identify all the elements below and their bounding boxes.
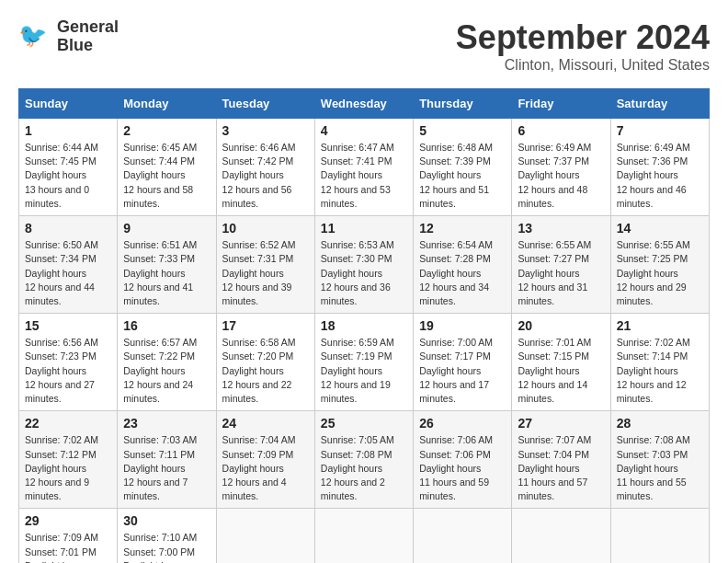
week-row-3: 15Sunrise: 6:56 AMSunset: 7:23 PMDayligh…: [19, 314, 710, 411]
day-info: Sunrise: 6:48 AMSunset: 7:39 PMDaylight …: [419, 141, 506, 211]
day-info: Sunrise: 7:06 AMSunset: 7:06 PMDaylight …: [419, 433, 506, 503]
calendar-cell: 20Sunrise: 7:01 AMSunset: 7:15 PMDayligh…: [512, 314, 610, 411]
logo-text: General Blue: [57, 18, 119, 55]
day-number: 26: [419, 416, 506, 431]
calendar-cell: 24Sunrise: 7:04 AMSunset: 7:09 PMDayligh…: [216, 411, 314, 509]
day-info: Sunrise: 7:03 AMSunset: 7:11 PMDaylight …: [123, 433, 210, 503]
day-info: Sunrise: 7:08 AMSunset: 7:03 PMDaylight …: [617, 433, 703, 503]
day-info: Sunrise: 7:04 AMSunset: 7:09 PMDaylight …: [222, 433, 309, 503]
calendar-cell: 12Sunrise: 6:54 AMSunset: 7:28 PMDayligh…: [414, 216, 512, 314]
calendar-cell: 4Sunrise: 6:47 AMSunset: 7:41 PMDaylight…: [314, 119, 413, 216]
calendar-cell: 3Sunrise: 6:46 AMSunset: 7:42 PMDaylight…: [216, 119, 314, 216]
calendar-cell: 29Sunrise: 7:09 AMSunset: 7:01 PMDayligh…: [19, 509, 118, 563]
calendar-cell: 25Sunrise: 7:05 AMSunset: 7:08 PMDayligh…: [314, 411, 413, 509]
calendar-cell: 18Sunrise: 6:59 AMSunset: 7:19 PMDayligh…: [314, 314, 413, 411]
day-info: Sunrise: 7:07 AMSunset: 7:04 PMDaylight …: [518, 433, 604, 503]
calendar-cell: 15Sunrise: 6:56 AMSunset: 7:23 PMDayligh…: [19, 314, 118, 411]
day-info: Sunrise: 6:57 AMSunset: 7:22 PMDaylight …: [123, 336, 210, 406]
day-info: Sunrise: 6:52 AMSunset: 7:31 PMDaylight …: [222, 238, 309, 308]
day-number: 13: [518, 221, 604, 236]
calendar-header-row: SundayMondayTuesdayWednesdayThursdayFrid…: [19, 89, 710, 119]
day-info: Sunrise: 6:53 AMSunset: 7:30 PMDaylight …: [321, 238, 407, 308]
calendar-cell: [610, 509, 709, 563]
day-number: 1: [25, 123, 111, 138]
day-number: 22: [25, 416, 111, 431]
day-number: 23: [123, 416, 210, 431]
day-info: Sunrise: 6:50 AMSunset: 7:34 PMDaylight …: [25, 238, 111, 308]
logo: 🐦 General Blue: [18, 18, 119, 55]
day-info: Sunrise: 6:54 AMSunset: 7:28 PMDaylight …: [419, 238, 506, 308]
calendar-cell: [512, 509, 610, 563]
day-number: 12: [419, 221, 506, 236]
calendar-cell: 26Sunrise: 7:06 AMSunset: 7:06 PMDayligh…: [414, 411, 512, 509]
day-info: Sunrise: 6:47 AMSunset: 7:41 PMDaylight …: [321, 141, 407, 211]
day-number: 19: [419, 318, 506, 333]
day-info: Sunrise: 6:44 AMSunset: 7:45 PMDaylight …: [25, 141, 111, 211]
day-header-monday: Monday: [118, 89, 216, 119]
page-header: 🐦 General Blue September 2024 Clinton, M…: [18, 18, 710, 74]
day-number: 17: [222, 318, 309, 333]
day-header-saturday: Saturday: [610, 89, 709, 119]
calendar-cell: 19Sunrise: 7:00 AMSunset: 7:17 PMDayligh…: [414, 314, 512, 411]
day-number: 20: [518, 318, 604, 333]
logo-icon: 🐦: [18, 20, 51, 53]
day-number: 18: [321, 318, 407, 333]
day-number: 6: [518, 123, 604, 138]
day-info: Sunrise: 7:02 AMSunset: 7:12 PMDaylight …: [25, 433, 111, 503]
day-header-sunday: Sunday: [19, 89, 118, 119]
day-number: 16: [123, 318, 210, 333]
day-number: 27: [518, 416, 604, 431]
day-info: Sunrise: 6:49 AMSunset: 7:36 PMDaylight …: [617, 141, 703, 211]
calendar-cell: 10Sunrise: 6:52 AMSunset: 7:31 PMDayligh…: [216, 216, 314, 314]
day-info: Sunrise: 6:46 AMSunset: 7:42 PMDaylight …: [222, 141, 309, 211]
calendar-cell: 7Sunrise: 6:49 AMSunset: 7:36 PMDaylight…: [610, 119, 709, 216]
calendar-cell: [314, 509, 413, 563]
day-info: Sunrise: 6:49 AMSunset: 7:37 PMDaylight …: [518, 141, 604, 211]
day-info: Sunrise: 6:59 AMSunset: 7:19 PMDaylight …: [321, 336, 407, 406]
svg-text:🐦: 🐦: [18, 21, 48, 50]
calendar-cell: [414, 509, 512, 563]
day-number: 10: [222, 221, 309, 236]
day-number: 30: [123, 513, 210, 528]
day-header-friday: Friday: [512, 89, 610, 119]
calendar-cell: 13Sunrise: 6:55 AMSunset: 7:27 PMDayligh…: [512, 216, 610, 314]
title-block: September 2024 Clinton, Missouri, United…: [456, 18, 710, 74]
calendar-cell: 6Sunrise: 6:49 AMSunset: 7:37 PMDaylight…: [512, 119, 610, 216]
calendar-cell: 22Sunrise: 7:02 AMSunset: 7:12 PMDayligh…: [19, 411, 118, 509]
week-row-4: 22Sunrise: 7:02 AMSunset: 7:12 PMDayligh…: [19, 411, 710, 509]
calendar-subtitle: Clinton, Missouri, United States: [456, 57, 710, 74]
calendar-cell: 1Sunrise: 6:44 AMSunset: 7:45 PMDaylight…: [19, 119, 118, 216]
day-header-wednesday: Wednesday: [314, 89, 413, 119]
day-number: 11: [321, 221, 407, 236]
day-number: 2: [123, 123, 210, 138]
day-header-tuesday: Tuesday: [216, 89, 314, 119]
week-row-5: 29Sunrise: 7:09 AMSunset: 7:01 PMDayligh…: [19, 509, 710, 563]
day-info: Sunrise: 6:51 AMSunset: 7:33 PMDaylight …: [123, 238, 210, 308]
day-number: 25: [321, 416, 407, 431]
calendar-cell: 23Sunrise: 7:03 AMSunset: 7:11 PMDayligh…: [118, 411, 216, 509]
day-info: Sunrise: 6:55 AMSunset: 7:27 PMDaylight …: [518, 238, 604, 308]
calendar-table: SundayMondayTuesdayWednesdayThursdayFrid…: [18, 88, 710, 563]
day-info: Sunrise: 6:56 AMSunset: 7:23 PMDaylight …: [25, 336, 111, 406]
calendar-cell: 5Sunrise: 6:48 AMSunset: 7:39 PMDaylight…: [414, 119, 512, 216]
calendar-cell: 27Sunrise: 7:07 AMSunset: 7:04 PMDayligh…: [512, 411, 610, 509]
day-number: 29: [25, 513, 111, 528]
calendar-cell: 8Sunrise: 6:50 AMSunset: 7:34 PMDaylight…: [19, 216, 118, 314]
day-number: 4: [321, 123, 407, 138]
calendar-title: September 2024: [456, 18, 710, 57]
day-info: Sunrise: 7:05 AMSunset: 7:08 PMDaylight …: [321, 433, 407, 503]
calendar-cell: [216, 509, 314, 563]
calendar-cell: 21Sunrise: 7:02 AMSunset: 7:14 PMDayligh…: [610, 314, 709, 411]
calendar-cell: 17Sunrise: 6:58 AMSunset: 7:20 PMDayligh…: [216, 314, 314, 411]
week-row-1: 1Sunrise: 6:44 AMSunset: 7:45 PMDaylight…: [19, 119, 710, 216]
day-number: 24: [222, 416, 309, 431]
calendar-cell: 11Sunrise: 6:53 AMSunset: 7:30 PMDayligh…: [314, 216, 413, 314]
day-number: 9: [123, 221, 210, 236]
calendar-cell: 16Sunrise: 6:57 AMSunset: 7:22 PMDayligh…: [118, 314, 216, 411]
calendar-cell: 14Sunrise: 6:55 AMSunset: 7:25 PMDayligh…: [610, 216, 709, 314]
day-info: Sunrise: 7:09 AMSunset: 7:01 PMDaylight …: [25, 531, 111, 563]
day-info: Sunrise: 6:58 AMSunset: 7:20 PMDaylight …: [222, 336, 309, 406]
day-number: 7: [617, 123, 703, 138]
calendar-cell: 9Sunrise: 6:51 AMSunset: 7:33 PMDaylight…: [118, 216, 216, 314]
day-number: 5: [419, 123, 506, 138]
